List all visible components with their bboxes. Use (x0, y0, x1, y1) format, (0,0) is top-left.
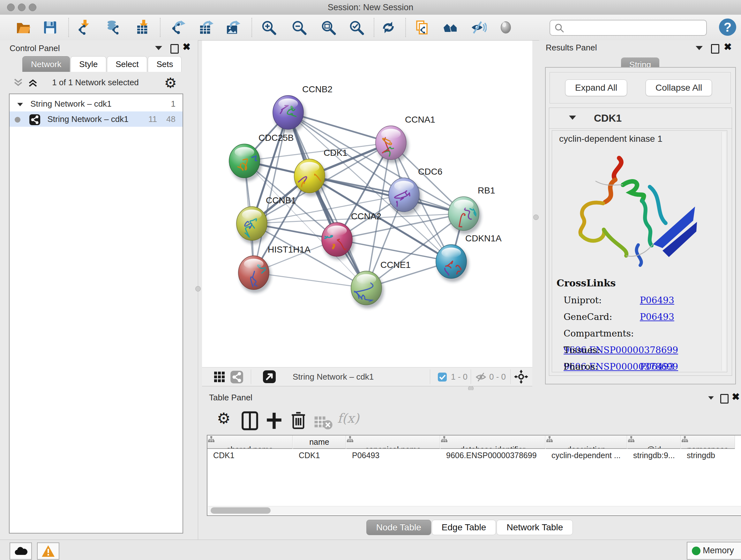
warnings-button[interactable] (37, 543, 59, 560)
zoom-in-icon[interactable] (260, 19, 277, 36)
tab-sets[interactable]: Sets (148, 56, 182, 72)
houses-icon[interactable] (442, 19, 459, 36)
zoom-out-icon[interactable] (290, 19, 308, 36)
network-node-CCNB1[interactable]: CCNB1 (237, 195, 296, 244)
table-gear-icon[interactable]: ⚙ (214, 409, 233, 428)
refresh-icon[interactable] (380, 19, 397, 36)
control-panel-float-button[interactable] (171, 44, 179, 54)
show-graphics-icon[interactable] (498, 19, 515, 36)
gene-collapse-icon[interactable] (569, 116, 576, 120)
table-cell[interactable]: 9606.ENSP00000378699 (441, 449, 545, 462)
expand-all-button[interactable]: Expand All (565, 79, 627, 96)
results-panel-close-button[interactable]: ✖ (724, 43, 732, 51)
crosshair-icon[interactable] (514, 370, 528, 384)
import-network-icon[interactable] (76, 19, 93, 36)
column-header-description[interactable]: description (546, 435, 627, 449)
network-node-CCNB2[interactable]: CCNB2 (273, 84, 333, 133)
export-network-icon[interactable] (170, 19, 187, 36)
column-header-name[interactable]: name (293, 435, 346, 449)
table-panel-close-button[interactable]: ✖ (732, 393, 740, 401)
hidden-eye-icon[interactable] (475, 372, 487, 382)
results-panel-float-button[interactable] (711, 44, 719, 54)
zoom-selected-icon[interactable] (348, 19, 365, 36)
import-table-icon[interactable] (134, 19, 151, 36)
current-network-name: String Network – cdk1 (293, 368, 374, 386)
network-from-selection-icon[interactable] (413, 19, 430, 36)
network-node-CDKN1A[interactable]: CDKN1A (436, 233, 502, 282)
tab-select[interactable]: Select (107, 56, 147, 72)
tab-style[interactable]: Style (71, 56, 106, 72)
show-columns-icon[interactable] (240, 411, 259, 430)
table-cell[interactable]: P06493 (346, 449, 440, 462)
network-canvas[interactable]: CCNB2 CCNA1 CDC25B CDK1 CDC6 RB1 CCNB1 C… (202, 41, 532, 367)
tab-node-table[interactable]: Node Table (366, 520, 431, 535)
network-row-selected[interactable]: String Network – cdk1 11 48 (10, 111, 183, 127)
import-database-icon[interactable] (105, 19, 122, 36)
crosslink-label: Tissues: (563, 342, 637, 359)
node-label-CDK1: CDK1 (324, 148, 347, 158)
node-label-HIST1H1A: HIST1H1A (268, 245, 311, 254)
collapse-all-button[interactable]: Collapse All (646, 79, 712, 96)
tab-edge-table[interactable]: Edge Table (432, 520, 496, 535)
open-session-icon[interactable] (15, 19, 32, 36)
column-header-shared-name[interactable]: shared name (207, 435, 293, 449)
results-vertical-scrollbar[interactable] (722, 132, 726, 371)
right-splitter-handle[interactable] (533, 214, 539, 220)
window-close-button[interactable] (7, 3, 15, 11)
tab-network-table[interactable]: Network Table (496, 520, 573, 535)
save-session-icon[interactable] (42, 19, 59, 36)
tab-network[interactable]: Network (22, 56, 70, 72)
selected-checkbox-icon[interactable] (437, 372, 447, 382)
crosslink-link[interactable]: P06493 (640, 295, 674, 306)
help-button[interactable]: ? (719, 18, 736, 36)
control-panel-collapse-button[interactable] (155, 46, 162, 50)
gene-card-header[interactable]: CDK1 (549, 108, 732, 129)
table-panel-title: Table Panel (209, 393, 253, 402)
function-builder-icon[interactable]: f(x) (337, 409, 356, 428)
hide-graphics-icon[interactable] (469, 19, 487, 36)
network-options-gear-icon[interactable]: ⚙ (164, 75, 177, 91)
export-image-icon[interactable] (225, 19, 242, 36)
column-header-canonical-name[interactable]: canonical name (346, 435, 440, 449)
delete-table-icon[interactable] (314, 413, 333, 432)
table-panel-collapse-button[interactable] (708, 396, 715, 400)
network-node-CCNE1[interactable]: CCNE1 (351, 260, 411, 308)
column-header-database-identifier[interactable]: database identifier (441, 435, 545, 449)
network-node-HIST1H1A[interactable]: HIST1H1A (239, 245, 311, 293)
crosslink-link[interactable]: P06493 (640, 361, 674, 372)
table-horizontal-scrollbar[interactable] (208, 506, 741, 515)
window-zoom-button[interactable] (29, 3, 37, 11)
crosslink-row: Compartments: 9606.ENSP00000378699 (563, 325, 723, 342)
memory-button[interactable]: Memory (687, 542, 741, 560)
search-input[interactable] (568, 21, 703, 34)
table-cell[interactable]: stringdb:9... (627, 449, 680, 462)
column-header--id[interactable]: @id (627, 435, 681, 449)
network-node-RB1[interactable]: RB1 (448, 186, 495, 234)
results-panel-collapse-button[interactable] (696, 46, 703, 50)
add-column-icon[interactable] (265, 411, 284, 430)
grid-view-icon[interactable] (213, 371, 226, 383)
left-splitter-handle[interactable] (195, 286, 201, 292)
export-table-icon[interactable] (198, 19, 215, 36)
network-collection-row[interactable]: String Network – cdk1 1 (10, 96, 183, 111)
network-share-icon[interactable] (230, 370, 244, 384)
delete-column-icon[interactable] (289, 411, 308, 430)
network-node-CDC25B[interactable]: CDC25B (229, 133, 293, 181)
network-node-CCNA1[interactable]: CCNA1 (376, 115, 435, 163)
column-header-namespace[interactable]: namespace (681, 435, 735, 449)
window-minimize-button[interactable] (18, 3, 25, 11)
cloud-button[interactable] (10, 543, 32, 560)
search-box[interactable] (549, 20, 707, 36)
table-cell[interactable]: cyclin-dependent ... (546, 449, 627, 462)
table-hscroll-thumb[interactable] (211, 507, 271, 514)
protein-structure-image (565, 149, 705, 270)
table-cell[interactable]: CDK1 (207, 449, 292, 462)
table-cell[interactable]: CDK1 (293, 449, 346, 462)
crosslink-link[interactable]: P06493 (640, 312, 674, 322)
table-cell[interactable]: stringdb (681, 449, 735, 462)
control-panel-close-button[interactable]: ✖ (183, 43, 191, 51)
table-panel-float-button[interactable] (720, 394, 729, 403)
birds-eye-view-icon[interactable] (263, 370, 276, 383)
zoom-fit-icon[interactable] (320, 19, 337, 36)
results-panel-title: Results Panel (546, 43, 597, 53)
